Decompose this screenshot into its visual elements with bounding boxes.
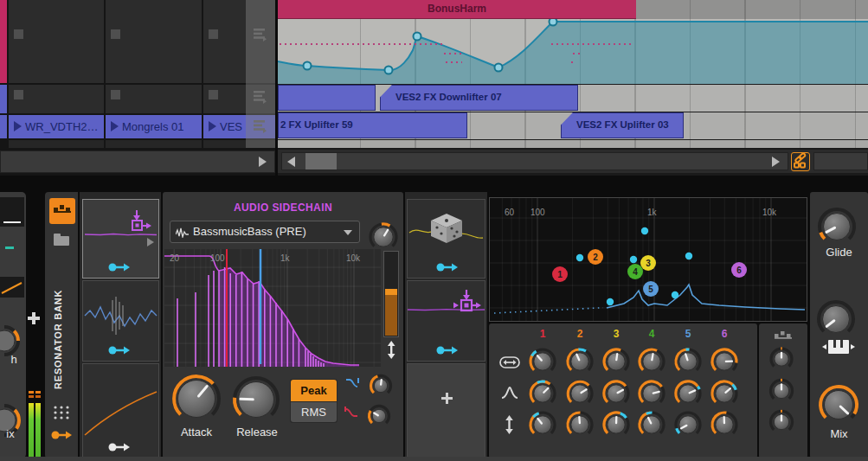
arranger-clip[interactable]: 2 FX Uplifter 59 bbox=[278, 112, 467, 138]
detection-mode-toggle: Peak RMS bbox=[290, 379, 338, 423]
stop-button-icon[interactable] bbox=[111, 29, 120, 39]
resonator-marker-4[interactable]: 4 bbox=[627, 264, 643, 279]
resonator-marker-1[interactable]: 1 bbox=[552, 266, 568, 282]
modulator-out-icon[interactable] bbox=[50, 429, 73, 441]
window-bottom-edge bbox=[0, 457, 868, 461]
device-enable-button[interactable] bbox=[49, 198, 75, 224]
device-name[interactable]: RESONATOR BANK bbox=[53, 253, 70, 426]
resonator-marker-5[interactable]: 5 bbox=[643, 281, 659, 297]
rms-button[interactable]: RMS bbox=[291, 402, 337, 422]
matrix-col-label-1: 1 bbox=[535, 328, 550, 340]
modulator-source-icon bbox=[437, 264, 459, 272]
vu-bar bbox=[29, 403, 34, 458]
sidechain-icon bbox=[132, 210, 151, 230]
track-color-strip bbox=[0, 115, 7, 138]
arranger-clip-label: VES2 FX Downlifter 07 bbox=[395, 92, 502, 102]
follow-playhead-toggle[interactable] bbox=[791, 152, 810, 171]
arranger-scrollbar[interactable] bbox=[281, 152, 788, 170]
freq-tick-label: 10k bbox=[762, 208, 776, 217]
dice-icon bbox=[431, 214, 462, 243]
launcher-clip-label: VES bbox=[220, 120, 242, 133]
add-modulator-slot[interactable] bbox=[407, 363, 485, 458]
freq-tick-label: 20 bbox=[170, 253, 179, 263]
scrollbar-row bbox=[278, 150, 868, 173]
stop-button-icon[interactable] bbox=[14, 29, 23, 39]
sidechain-source-dropdown[interactable]: BassmusicBass (PRE) bbox=[170, 221, 360, 243]
play-icon bbox=[209, 121, 216, 131]
arranger-clip[interactable]: VES2 FX Uplifter 03 bbox=[561, 112, 684, 138]
freq-tick-label: 100 bbox=[530, 208, 545, 217]
arranger-clip[interactable]: VES2 FX Downlifter 07 bbox=[380, 85, 578, 111]
slider-handle[interactable] bbox=[385, 289, 397, 295]
clip-slot[interactable] bbox=[106, 140, 202, 148]
clip-slot[interactable] bbox=[106, 0, 202, 83]
modulator-source-icon bbox=[109, 264, 131, 272]
thumbnail-waveform[interactable] bbox=[82, 280, 159, 362]
arranger-clip[interactable] bbox=[278, 85, 376, 111]
thumbnail-sidechain-selected[interactable] bbox=[82, 199, 159, 279]
resonator-marker-2[interactable]: 2 bbox=[588, 249, 603, 265]
scrollbar-spacer bbox=[813, 152, 868, 170]
freq-tick-label: 10k bbox=[346, 253, 360, 263]
scrollbar-thumb[interactable] bbox=[305, 153, 337, 170]
resonator-marker-6[interactable]: 6 bbox=[731, 262, 747, 278]
clip-slot[interactable] bbox=[9, 140, 104, 148]
arranger-clip-label: 2 FX Uplifter 59 bbox=[280, 119, 353, 130]
scroll-left-arrow[interactable] bbox=[287, 157, 295, 167]
launcher-clip[interactable]: Mongrels 01 bbox=[106, 115, 202, 138]
scene-launch-icon[interactable] bbox=[254, 120, 267, 133]
matrix-col-label-2: 2 bbox=[572, 328, 588, 340]
sidechain-spectrum-display: 20 100 1k 10k bbox=[164, 249, 381, 367]
clip-slot[interactable] bbox=[9, 0, 104, 83]
waveform-icon bbox=[176, 227, 190, 238]
gain-row-icon bbox=[504, 415, 515, 434]
rms-label: RMS bbox=[301, 406, 326, 419]
scene-launch-icon[interactable] bbox=[254, 91, 267, 104]
scene-launch-icon[interactable] bbox=[254, 29, 267, 42]
mix-label: Mix bbox=[810, 427, 868, 440]
freq-tick-label: 1k bbox=[280, 253, 290, 263]
modulator-source-icon bbox=[109, 444, 131, 451]
vu-peak-dash bbox=[29, 391, 34, 394]
remote-controls-icon[interactable] bbox=[53, 405, 70, 420]
stop-button-icon[interactable] bbox=[209, 29, 218, 39]
modulator-random[interactable] bbox=[407, 199, 485, 279]
knob-label-partial: ix bbox=[2, 427, 19, 440]
resize-vertical-icon[interactable] bbox=[385, 341, 397, 359]
matrix-col-label-5: 5 bbox=[680, 328, 696, 340]
matrix-col-label-3: 3 bbox=[608, 328, 624, 340]
scene-column[interactable] bbox=[246, 0, 275, 148]
partial-knobs[interactable] bbox=[0, 192, 26, 458]
stop-button-icon[interactable] bbox=[111, 90, 120, 99]
stop-button-icon[interactable] bbox=[14, 90, 23, 99]
preset-folder-icon[interactable] bbox=[54, 234, 70, 247]
left-device-partial[interactable]: h ix bbox=[0, 192, 26, 458]
scroll-right-arrow[interactable] bbox=[259, 157, 267, 167]
play-icon bbox=[14, 121, 22, 131]
add-device-icon[interactable] bbox=[28, 312, 40, 324]
clip-launcher: WR_VDTH2… Mongrels 01 VES bbox=[0, 0, 275, 176]
resonator-analyzer[interactable]: 123456 60 100 1k 10k bbox=[489, 197, 807, 322]
knob-label-partial: h bbox=[7, 353, 21, 366]
arranger-clip-header[interactable]: BonusHarm bbox=[278, 0, 636, 19]
width-row-icon bbox=[499, 356, 520, 368]
output-panel: Glide Mix bbox=[810, 192, 868, 458]
peak-button[interactable]: Peak bbox=[291, 380, 337, 401]
sidechain-source-value: BassmusicBass (PRE) bbox=[193, 225, 306, 238]
resonance-row-icon bbox=[501, 386, 518, 400]
play-icon bbox=[111, 121, 119, 131]
launcher-scrollbar[interactable] bbox=[0, 150, 275, 173]
automation-lane[interactable] bbox=[278, 19, 868, 84]
automation-curve[interactable] bbox=[278, 19, 868, 84]
thumbnail-curve[interactable] bbox=[82, 363, 159, 458]
launcher-clip[interactable]: WR_VDTH2… bbox=[9, 115, 104, 138]
utility-panel bbox=[759, 323, 807, 458]
device-chain-icon bbox=[49, 198, 75, 224]
modulator-sidechain[interactable] bbox=[407, 280, 485, 362]
scroll-right-arrow[interactable] bbox=[772, 157, 780, 167]
svg-text:1: 1 bbox=[557, 270, 563, 279]
svg-text:5: 5 bbox=[648, 285, 653, 294]
resonator-marker-3[interactable]: 3 bbox=[640, 255, 656, 271]
stop-button-icon[interactable] bbox=[209, 90, 218, 99]
sidechain-gain-slider[interactable] bbox=[383, 251, 399, 337]
